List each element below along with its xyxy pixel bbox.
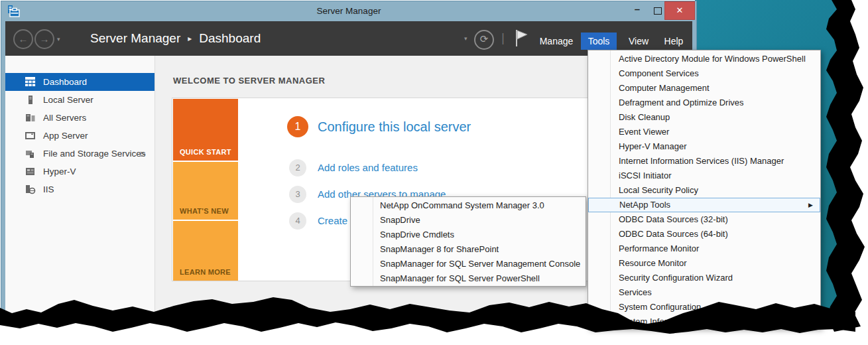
sidebar-item-label: IIS <box>43 184 54 194</box>
breadcrumb-current[interactable]: Dashboard <box>199 31 261 45</box>
toolbar-divider: | <box>501 31 505 45</box>
quick-start-block: QUICK START <box>173 99 238 161</box>
minimize-button[interactable]: – <box>627 1 647 20</box>
submenu-item-snapdrive-cmdlets[interactable]: SnapDrive Cmdlets <box>351 228 586 242</box>
notifications-flag-icon[interactable] <box>513 29 530 48</box>
quick-start-label: QUICK START <box>180 148 231 156</box>
whats-new-block: WHAT'S NEW <box>173 162 238 220</box>
submenu-arrow-icon: ▶ <box>808 198 813 212</box>
submenu-item-snapmanager-sharepoint[interactable]: SnapManager 8 for SharePoint <box>351 242 586 257</box>
tools-menu: Active Directory Module for Windows Powe… <box>588 50 821 328</box>
sidebar-item-label: All Servers <box>43 113 86 123</box>
step-1-badge: 1 <box>287 116 308 137</box>
tools-item-resource-monitor[interactable]: Resource Monitor <box>588 256 820 271</box>
submenu-item-snapdrive[interactable]: SnapDrive <box>351 213 586 228</box>
expand-arrow-icon[interactable]: ▷ <box>141 150 146 157</box>
tools-item-event-viewer[interactable]: Event Viewer <box>588 125 820 139</box>
sidebar-item-iis[interactable]: IIS <box>5 180 155 198</box>
tools-item-services[interactable]: Services <box>588 285 820 300</box>
menu-tools[interactable]: Tools <box>581 33 617 50</box>
tools-item-odbc-32[interactable]: ODBC Data Sources (32-bit) <box>588 212 820 227</box>
breadcrumb: Server Manager▸Dashboard <box>90 21 261 56</box>
tools-item-system-configuration[interactable]: System Configuration <box>588 300 820 314</box>
tools-item-performance-monitor[interactable]: Performance Monitor <box>588 242 820 256</box>
all-servers-icon <box>25 113 36 123</box>
whats-new-label: WHAT'S NEW <box>180 207 229 215</box>
file-storage-icon <box>25 149 36 159</box>
titlebar: Server Manager – ✕ <box>1 1 696 21</box>
sidebar-item-local-server[interactable]: Local Server <box>5 91 155 109</box>
roles-section-title: ROLES AND SERVER GROUPS <box>173 307 308 316</box>
menu-view[interactable]: View <box>622 33 655 50</box>
back-button[interactable]: ← <box>13 29 33 49</box>
netapp-tools-label: NetApp Tools <box>619 200 670 210</box>
dashboard-grid-icon <box>25 77 36 87</box>
welcome-section-title: WELCOME TO SERVER MANAGER <box>173 76 325 86</box>
tools-item-iis-manager[interactable]: Internet Information Services (IIS) Mana… <box>588 154 820 169</box>
history-caret-icon[interactable]: ▾ <box>57 36 60 42</box>
sidebar-item-app-server[interactable]: App Server <box>5 127 155 145</box>
maximize-icon <box>654 7 662 15</box>
close-button[interactable]: ✕ <box>664 1 695 20</box>
step-4-badge: 4 <box>289 212 306 230</box>
sidebar: Dashboard Local Server All Servers App S… <box>5 56 155 318</box>
step-3-badge: 3 <box>289 186 306 203</box>
sidebar-item-all-servers[interactable]: All Servers <box>5 109 155 127</box>
tools-item-hyper-v-manager[interactable]: Hyper-V Manager <box>588 139 820 154</box>
refresh-button[interactable]: ⟳ <box>474 30 494 50</box>
step-4-link[interactable]: Create <box>318 212 347 230</box>
sidebar-item-label: File and Storage Services <box>43 149 146 159</box>
learn-more-label: LEARN MORE <box>180 268 231 276</box>
window-title: Server Manager <box>1 1 696 21</box>
submenu-item-oncommand-system-manager[interactable]: NetApp OnCommand System Manager 3.0 <box>351 198 586 213</box>
tools-item-security-config-wizard[interactable]: Security Configuration Wizard <box>588 271 820 285</box>
learn-more-block: LEARN MORE <box>173 221 238 281</box>
submenu-item-snapmanager-sql-powershell[interactable]: SnapManager for SQL Server PowerShell <box>351 271 586 286</box>
tools-item-disk-cleanup[interactable]: Disk Cleanup <box>588 110 820 125</box>
netapp-tools-submenu: NetApp OnCommand System Manager 3.0 Snap… <box>350 196 586 287</box>
sidebar-item-hyper-v[interactable]: Hyper-V <box>5 163 155 180</box>
sidebar-item-label: Hyper-V <box>43 167 76 176</box>
tools-item-component-services[interactable]: Component Services <box>588 66 820 81</box>
toolbar-caret-icon[interactable]: ▾ <box>464 35 467 42</box>
hyper-v-icon <box>25 167 36 176</box>
tools-item-system-information[interactable]: System Information <box>588 314 820 328</box>
tools-item-odbc-64[interactable]: ODBC Data Sources (64-bit) <box>588 227 820 242</box>
breadcrumb-separator-icon: ▸ <box>188 34 192 43</box>
sidebar-item-label: Dashboard <box>43 77 87 87</box>
tools-item-ad-powershell[interactable]: Active Directory Module for Windows Powe… <box>588 52 820 66</box>
step-2-badge: 2 <box>289 159 306 176</box>
breadcrumb-root[interactable]: Server Manager <box>90 31 180 45</box>
tools-item-local-security-policy[interactable]: Local Security Policy <box>588 183 820 198</box>
step-1-link[interactable]: Configure this local server <box>318 116 471 137</box>
menu-help[interactable]: Help <box>656 33 691 50</box>
iis-icon <box>25 184 36 194</box>
tools-item-netapp-tools[interactable]: NetApp Tools ▶ <box>588 198 820 212</box>
tools-item-computer-management[interactable]: Computer Management <box>588 81 820 96</box>
menu-manage[interactable]: Manage <box>534 33 578 50</box>
sidebar-item-file-storage-services[interactable]: File and Storage Services ▷ <box>5 145 155 163</box>
submenu-item-snapmanager-sql-console[interactable]: SnapManager for SQL Server Management Co… <box>351 257 586 271</box>
forward-button[interactable]: → <box>34 29 54 49</box>
tools-item-defragment[interactable]: Defragment and Optimize Drives <box>588 96 820 110</box>
app-server-icon <box>25 131 36 141</box>
sidebar-item-label: Local Server <box>43 95 93 105</box>
sidebar-item-dashboard[interactable]: Dashboard <box>5 73 155 91</box>
local-server-icon <box>25 95 36 105</box>
sidebar-item-label: App Server <box>43 131 88 141</box>
tools-item-iscsi-initiator[interactable]: iSCSI Initiator <box>588 169 820 183</box>
step-2-link[interactable]: Add roles and features <box>318 159 418 176</box>
